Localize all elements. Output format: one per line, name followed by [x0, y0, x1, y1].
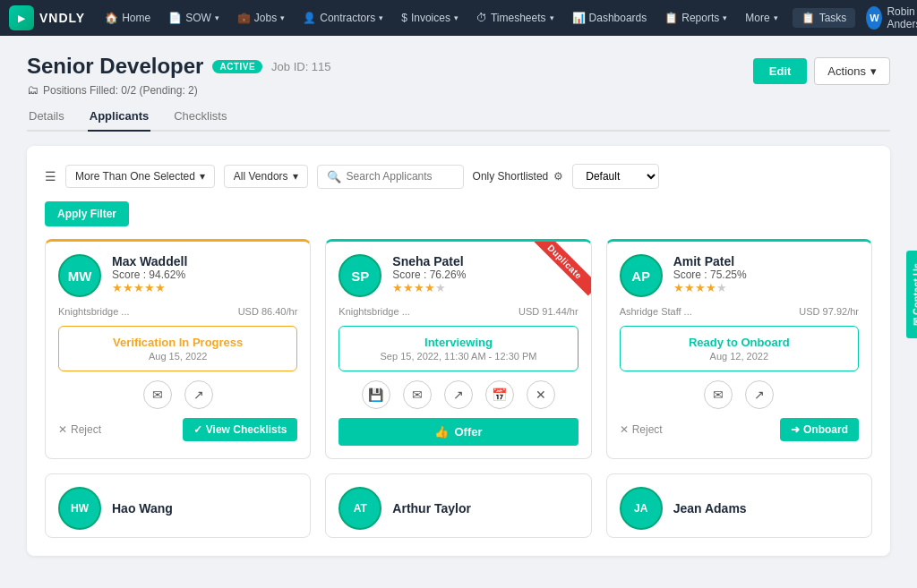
nav-dashboards[interactable]: 📊 Dashboards: [565, 8, 655, 28]
email-icon-button[interactable]: ✉: [403, 380, 432, 409]
nav-invoices[interactable]: $ Invoices ▾: [394, 8, 466, 28]
offer-button[interactable]: 👍 Offer: [339, 418, 578, 446]
check-icon: ✓: [193, 423, 202, 436]
briefcase-icon: 🗂: [27, 83, 39, 97]
status-box: Verification In Progress Aug 15, 2022: [58, 326, 297, 371]
default-select[interactable]: Default: [572, 164, 659, 189]
status-badge: ACTIVE: [212, 60, 262, 73]
tab-checklists[interactable]: Checklists: [172, 102, 228, 132]
applicant-score: Score : 76.26%: [392, 268, 466, 281]
tasks-icon: 📋: [801, 12, 815, 24]
top-navigation: ▶ VNDLY 🏠 Home 📄 SOW ▾ 💼 Jobs ▾ 👤 Contra…: [0, 0, 917, 36]
tab-details[interactable]: Details: [27, 102, 66, 132]
nav-sow[interactable]: 📄 SOW ▾: [161, 8, 227, 28]
avatar: HW: [58, 487, 101, 530]
applicant-name: Max Waddell: [112, 254, 187, 268]
sow-icon: 📄: [168, 12, 182, 24]
card-icons: ✉ ↗: [620, 380, 859, 409]
card-meta: Ashridge Staff ... USD 97.92/hr: [620, 306, 859, 317]
avatar: JA: [620, 487, 663, 530]
nav-jobs[interactable]: 💼 Jobs ▾: [230, 8, 292, 28]
contact-us-button[interactable]: ✉ Contact Us: [906, 250, 918, 337]
filter-more-than-one[interactable]: More Than One Selected ▾: [65, 165, 215, 188]
arrow-icon: ➜: [791, 423, 800, 436]
avatar: AP: [620, 254, 663, 297]
calendar-icon-button[interactable]: 📅: [485, 380, 514, 409]
share-icon-button[interactable]: ↗: [745, 380, 774, 409]
sliders-icon: ⚙: [553, 170, 563, 183]
chevron-down-icon: ▾: [200, 170, 205, 183]
card-meta: Knightsbridge ... USD 86.40/hr: [58, 306, 297, 317]
logo-text: VNDLY: [39, 11, 85, 25]
status-date: Aug 12, 2022: [630, 351, 849, 362]
save-icon-button[interactable]: 💾: [362, 380, 390, 409]
status-date: Sep 15, 2022, 11:30 AM - 12:30 PM: [348, 351, 568, 362]
card-jean-adams: JA Jean Adams: [606, 473, 872, 538]
filter-all-vendors[interactable]: All Vendors ▾: [224, 165, 308, 188]
card-top: AP Amit Patel Score : 75.25% ★★★★★: [620, 254, 859, 297]
tasks-button[interactable]: 📋 Tasks: [793, 8, 856, 28]
nav-timesheets[interactable]: ⏱ Timesheets ▾: [469, 8, 561, 28]
card-max-waddell: MW Max Waddell Score : 94.62% ★★★★★ Knig…: [45, 239, 311, 459]
x-icon: ✕: [58, 423, 67, 436]
status-date: Aug 15, 2022: [68, 351, 287, 362]
thumbs-up-icon: 👍: [434, 425, 449, 439]
share-icon-button[interactable]: ↗: [184, 380, 213, 409]
duplicate-ribbon: Duplicate: [528, 242, 591, 304]
jobs-icon: 💼: [237, 12, 251, 24]
home-icon: 🏠: [105, 12, 118, 24]
reject-button[interactable]: ✕ Reject: [58, 423, 101, 436]
card-hao-wang: HW Hao Wang: [45, 473, 311, 538]
status-label: Ready to Onboard: [630, 336, 849, 349]
x-icon: ✕: [620, 423, 629, 436]
status-box: Ready to Onboard Aug 12, 2022: [620, 326, 859, 371]
email-icon-button[interactable]: ✉: [143, 380, 172, 409]
job-id: Job ID: 115: [271, 60, 331, 73]
close-icon-button[interactable]: ✕: [527, 380, 555, 409]
nav-contractors[interactable]: 👤 Contractors ▾: [296, 8, 390, 28]
card-amit-patel: AP Amit Patel Score : 75.25% ★★★★★ Ashri…: [606, 239, 872, 459]
logo[interactable]: ▶ VNDLY: [9, 5, 85, 30]
chevron-down-icon: ▾: [293, 170, 298, 183]
search-input[interactable]: [347, 170, 454, 183]
rating-stars: ★★★★★: [392, 281, 466, 294]
nav-reports[interactable]: 📋 Reports ▾: [657, 8, 734, 28]
nav-more[interactable]: More ▾: [738, 8, 784, 28]
bottom-cards: HW Hao Wang AT Arthur Taylor JA Jean Ada…: [45, 473, 872, 538]
onboard-button[interactable]: ➜ Onboard: [780, 418, 859, 441]
status-label: Verification In Progress: [68, 336, 287, 349]
applicant-name: Amit Patel: [673, 254, 747, 268]
status-label: Interviewing: [348, 336, 568, 349]
user-info[interactable]: W Robin Anderson ▾: [866, 5, 917, 30]
card-icons: ✉ ↗: [58, 380, 297, 409]
card-meta: Knightsbridge ... USD 91.44/hr: [339, 306, 578, 317]
tab-applicants[interactable]: Applicants: [88, 102, 150, 132]
reject-button[interactable]: ✕ Reject: [620, 423, 663, 436]
applicant-name: Arthur Taylor: [392, 501, 471, 516]
filter-icon[interactable]: ☰: [45, 169, 56, 183]
avatar: MW: [58, 254, 101, 297]
edit-button[interactable]: Edit: [753, 58, 808, 84]
email-icon-button[interactable]: ✉: [704, 380, 733, 409]
apply-filter-button[interactable]: Apply Filter: [45, 201, 129, 226]
timesheets-icon: ⏱: [476, 12, 487, 24]
dashboards-icon: 📊: [572, 12, 586, 24]
page-title: Senior Developer: [27, 54, 203, 79]
tab-bar: Details Applicants Checklists: [27, 102, 890, 132]
page-content: Senior Developer ACTIVE Job ID: 115 🗂 Po…: [0, 36, 917, 588]
card-actions: ✕ Reject ➜ Onboard: [620, 418, 859, 441]
view-checklists-button[interactable]: ✓ View Checklists: [183, 418, 298, 441]
header-actions: Edit Actions ▾: [753, 57, 890, 85]
avatar: AT: [339, 487, 381, 530]
page-header: Senior Developer ACTIVE Job ID: 115 🗂 Po…: [27, 54, 890, 97]
nav-home[interactable]: 🏠 Home: [98, 8, 158, 28]
card-actions: ✕ Reject ✓ View Checklists: [58, 418, 297, 441]
actions-button[interactable]: Actions ▾: [814, 57, 890, 85]
search-icon: 🔍: [327, 170, 341, 183]
search-applicants-box[interactable]: 🔍: [317, 165, 464, 189]
page-title-row: Senior Developer ACTIVE Job ID: 115: [27, 54, 331, 79]
only-shortlisted: Only Shortlisted ⚙: [473, 170, 564, 183]
share-icon-button[interactable]: ↗: [444, 380, 473, 409]
applicant-name: Hao Wang: [112, 501, 173, 516]
card-arthur-taylor: AT Arthur Taylor: [325, 473, 591, 538]
